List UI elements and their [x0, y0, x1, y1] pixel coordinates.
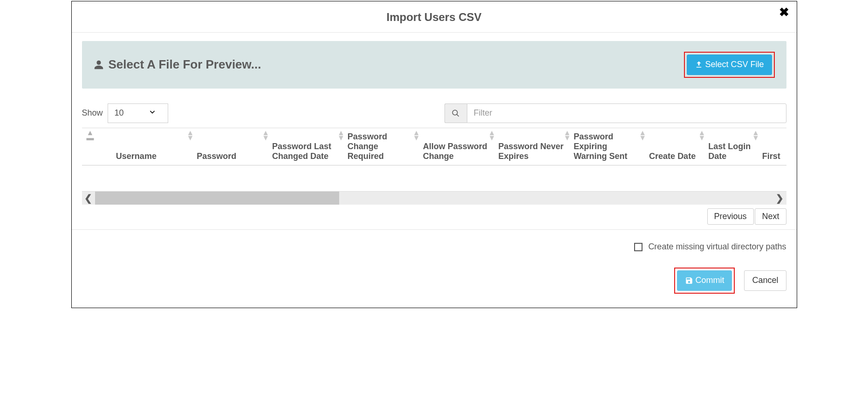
file-select-well: Select A File For Preview... Select CSV …: [82, 41, 786, 89]
select-csv-highlight: Select CSV File: [684, 52, 774, 78]
table-empty-row: [82, 165, 786, 191]
filter-input[interactable]: [467, 103, 786, 123]
search-icon: [451, 109, 460, 117]
col-pw-last-changed[interactable]: Password Last Changed Date▲▼: [270, 128, 346, 165]
col-pw-never-expires[interactable]: Password Never Expires▲▼: [496, 128, 572, 165]
page-size-select[interactable]: 10: [108, 103, 168, 123]
create-paths-label: Create missing virtual directory paths: [648, 242, 786, 252]
col-allow-pw-change[interactable]: Allow Password Change▲▼: [421, 128, 497, 165]
col-create-date[interactable]: Create Date▲▼: [647, 128, 706, 165]
col-pw-expiring-sent[interactable]: Password Expiring Warning Sent▲▼: [572, 128, 647, 165]
save-icon: [685, 276, 693, 285]
next-button[interactable]: Next: [755, 208, 786, 225]
commit-label: Commit: [695, 275, 724, 286]
scroll-thumb[interactable]: [95, 192, 339, 205]
col-password[interactable]: Password▲▼: [195, 128, 270, 165]
chevron-down-icon: [149, 108, 156, 118]
commit-button[interactable]: Commit: [677, 270, 732, 291]
users-table: ▲▬ Username▲▼ Password▲▼ Password Last C…: [82, 128, 786, 192]
commit-highlight: Commit: [674, 268, 735, 294]
col-username[interactable]: Username▲▼: [114, 128, 195, 165]
horizontal-scrollbar[interactable]: ❮ ❯: [82, 192, 786, 205]
user-icon: [94, 59, 104, 70]
col-index[interactable]: ▲▬: [82, 128, 114, 165]
cancel-button[interactable]: Cancel: [744, 270, 786, 291]
modal-title: Import Users CSV: [386, 11, 481, 23]
scroll-right-icon[interactable]: ❯: [773, 193, 786, 204]
col-pw-change-required[interactable]: Password Change Required▲▼: [346, 128, 421, 165]
col-first[interactable]: First▲▼: [760, 128, 786, 165]
pagination: Previous Next: [82, 208, 786, 225]
table-container: ▲▬ Username▲▼ Password▲▼ Password Last C…: [82, 128, 786, 192]
previous-button[interactable]: Previous: [707, 208, 754, 225]
create-paths-checkbox[interactable]: [634, 243, 642, 251]
file-select-heading: Select A File For Preview...: [109, 57, 261, 72]
select-csv-button[interactable]: Select CSV File: [687, 55, 772, 75]
svg-line-1: [457, 114, 459, 117]
table-toolbar: Show 10: [82, 103, 786, 123]
modal-footer: Create missing virtual directory paths C…: [72, 229, 797, 308]
close-icon[interactable]: ✖: [779, 6, 789, 18]
show-label: Show: [82, 108, 103, 118]
filter-search-button[interactable]: [444, 103, 467, 123]
import-users-modal: Import Users CSV ✖ Select A File For Pre…: [71, 1, 797, 308]
scroll-left-icon[interactable]: ❮: [82, 193, 95, 204]
upload-icon: [695, 61, 703, 69]
page-size-value: 10: [115, 108, 124, 118]
scroll-track[interactable]: [95, 192, 773, 205]
modal-body: Select A File For Preview... Select CSV …: [72, 33, 797, 229]
modal-header: Import Users CSV ✖: [72, 1, 797, 33]
svg-point-0: [452, 110, 458, 115]
select-csv-label: Select CSV File: [705, 60, 764, 70]
col-last-login[interactable]: Last Login Date▲▼: [706, 128, 760, 165]
